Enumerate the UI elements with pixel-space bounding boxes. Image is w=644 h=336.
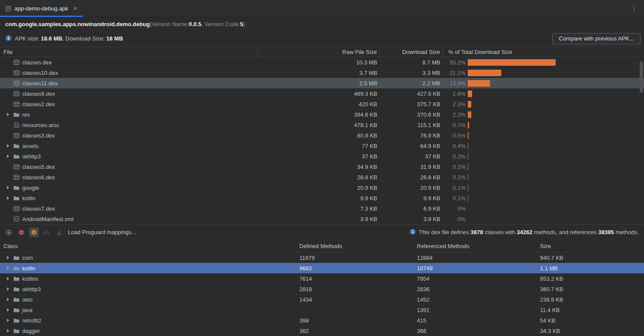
raw-file-size: 3.9 KB (258, 216, 380, 222)
expand-chevron-icon[interactable] (7, 319, 11, 322)
download-size: 26.8 KB (380, 174, 443, 181)
file-table-row[interactable]: classes3.dex 80.8 KB 76.9 KB 0.5% (0, 130, 644, 141)
file-table-row[interactable]: classes9.dex 469.3 KB 427.5 KB 2.6% (0, 88, 644, 99)
file-table-row[interactable]: AndroidManifest.xml 3.9 KB 3.9 KB 0% (0, 214, 644, 224)
class-table-row[interactable]: com 11879 12884 940.7 KB (0, 252, 644, 263)
xml-file-icon (13, 216, 20, 222)
package-size: 940.7 KB (537, 255, 644, 261)
file-table-row[interactable]: kotlin 9.9 KB 9.9 KB 0.1% (0, 193, 644, 203)
percent-bar (468, 195, 468, 202)
download-size-value: 18 MB (106, 35, 123, 42)
raw-file-size: 10.3 MB (258, 59, 380, 66)
svg-text:m: m (20, 231, 23, 235)
column-header-raw-size[interactable]: Raw File Size (258, 47, 380, 57)
percent-bar (468, 111, 471, 118)
raw-file-size: 20.9 KB (258, 185, 380, 191)
folder-file-icon (13, 195, 20, 201)
class-table-row[interactable]: okhttp3 2818 2836 360.7 KB (0, 284, 644, 294)
expand-chevron-icon[interactable] (7, 308, 11, 312)
file-table-row[interactable]: resources.arsc 478.1 KB 115.1 KB 0.7% (0, 120, 644, 130)
expand-all-icon[interactable] (42, 228, 51, 237)
class-table: Class Defined Methods Referenced Methods… (0, 240, 644, 336)
percent-bar (468, 59, 556, 66)
class-table-row[interactable]: retrofit2 398 415 54 KB (0, 315, 644, 326)
column-header-percent[interactable]: % of Total Download Size (443, 47, 644, 57)
download-percent: 0.4% (443, 143, 466, 149)
collapse-all-icon[interactable] (54, 228, 64, 237)
load-proguard-mappings-label[interactable]: Load Proguard mappings... (68, 229, 136, 235)
defined-methods: 1434 (296, 296, 413, 303)
class-table-row[interactable]: kotlinx 7614 7954 853.2 KB (0, 273, 644, 284)
download-percent: 55.2% (443, 59, 466, 66)
referenced-methods: 12884 (413, 255, 537, 261)
expand-chevron-icon[interactable] (7, 196, 11, 200)
file-table-row[interactable]: classes11.dex 2.5 MB 2.2 MB 13.9% (0, 78, 644, 88)
apk-size-line: APK size: 18.6 MB, Download Size: 18 MB … (0, 30, 644, 47)
package-folder-icon (13, 328, 20, 334)
download-percent: 2.3% (443, 111, 466, 118)
package-size: 238.9 KB (537, 296, 644, 303)
vertical-scrollbar[interactable] (640, 58, 643, 223)
file-name: google (22, 185, 39, 191)
package-name: retrofit2 (22, 317, 41, 324)
tab-apk-analyzer[interactable]: app-demo-debug.apk ✕ (0, 0, 83, 17)
package-size: 54 KB (537, 317, 644, 324)
column-header-defined-methods[interactable]: Defined Methods (296, 243, 413, 249)
scrollbar-thumb[interactable] (640, 61, 643, 93)
dex-file-icon (13, 164, 20, 170)
expand-chevron-icon[interactable] (7, 113, 11, 116)
download-size: 20.9 KB (380, 185, 443, 191)
apk-size-value: 18.6 MB (41, 35, 62, 42)
download-size-label: , Download Size: (62, 35, 106, 42)
expand-chevron-icon[interactable] (7, 277, 11, 280)
percent-bar (468, 122, 469, 128)
expand-chevron-icon[interactable] (7, 256, 11, 259)
file-table-row[interactable]: classes10.dex 3.7 MB 3.3 MB 21.1% (0, 67, 644, 78)
defined-methods: 2818 (296, 286, 413, 292)
expand-chevron-icon[interactable] (7, 329, 11, 333)
expand-chevron-icon[interactable] (7, 266, 11, 270)
column-header-size[interactable]: Size (537, 243, 644, 249)
class-table-row[interactable]: java 1391 11.4 KB (0, 305, 644, 315)
file-table-row[interactable]: res 394.6 KB 370.6 KB 2.3% (0, 109, 644, 120)
more-options-icon[interactable]: ⋮ (624, 4, 644, 13)
tab-close-icon[interactable]: ✕ (74, 6, 77, 11)
file-name: res (22, 111, 30, 118)
file-table-row[interactable]: assets 77 KB 64.9 KB 0.4% (0, 141, 644, 151)
show-all-classes-toggle-icon[interactable]: c (29, 228, 39, 237)
download-percent: 0% (443, 216, 466, 222)
referenced-methods: 10749 (413, 265, 537, 272)
show-methods-toggle-icon[interactable]: m (17, 228, 26, 237)
class-table-row[interactable]: kotlin 9682 10749 1.1 MB (0, 263, 644, 273)
column-header-class[interactable]: Class (0, 243, 296, 249)
raw-file-size: 80.8 KB (258, 132, 380, 139)
file-table-row[interactable]: okhttp3 37 KB 37 KB 0.2% (0, 151, 644, 161)
file-table-row[interactable]: google 20.9 KB 20.9 KB 0.1% (0, 182, 644, 193)
expand-chevron-icon[interactable] (7, 155, 11, 158)
column-header-file[interactable]: File (0, 47, 258, 57)
file-name: okhttp3 (22, 153, 41, 160)
column-header-referenced-methods[interactable]: Referenced Methods (413, 243, 537, 249)
file-table-row[interactable]: classes7.dex 7.3 KB 6.9 KB 0% (0, 203, 644, 214)
package-folder-icon (13, 265, 20, 271)
expand-chevron-icon[interactable] (7, 287, 11, 291)
download-size: 375.7 KB (380, 101, 443, 108)
class-table-body: com 11879 12884 940.7 KB kotlin 9682 107… (0, 252, 644, 336)
class-table-row[interactable]: okio 1434 1452 238.9 KB (0, 294, 644, 305)
package-folder-icon (13, 307, 20, 313)
dex-file-icon (13, 132, 20, 138)
percent-bar (468, 153, 468, 160)
download-size: 64.9 KB (380, 143, 443, 149)
column-header-download-size[interactable]: Download Size (380, 47, 443, 57)
compare-apk-button[interactable]: Compare with previous APK... (552, 33, 641, 44)
file-table-row[interactable]: classes5.dex 34.9 KB 31.9 KB 0.2% (0, 161, 644, 172)
expand-chevron-icon[interactable] (7, 298, 11, 301)
class-table-row[interactable]: dagger 362 366 34.3 KB (0, 326, 644, 336)
file-table-row[interactable]: classes2.dex 420 KB 375.7 KB 2.3% (0, 99, 644, 109)
expand-chevron-icon[interactable] (7, 186, 11, 189)
file-table-row[interactable]: classes6.dex 28.8 KB 26.8 KB 0.2% (0, 172, 644, 182)
show-fields-toggle-icon[interactable] (4, 228, 13, 237)
file-table-row[interactable]: classes.dex 10.3 MB 8.7 MB 55.2% (0, 57, 644, 67)
expand-chevron-icon[interactable] (7, 144, 11, 148)
raw-file-size: 77 KB (258, 143, 380, 149)
